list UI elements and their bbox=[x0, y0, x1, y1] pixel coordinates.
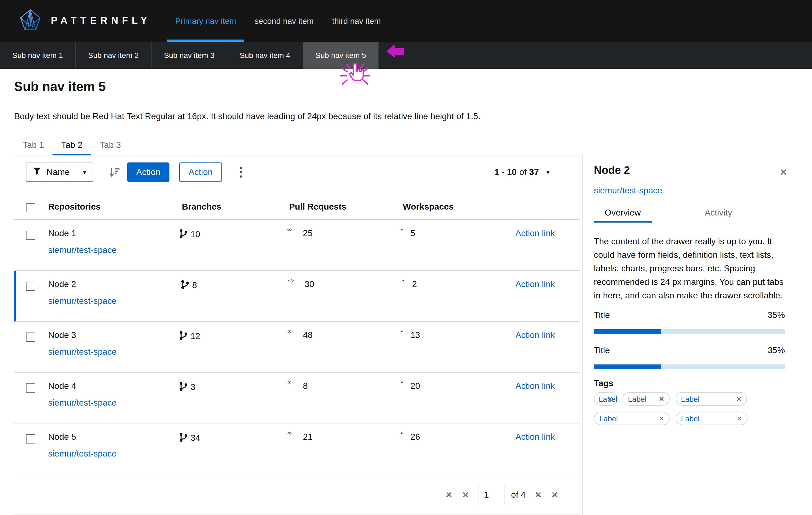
cube-icon: ● bbox=[401, 431, 403, 435]
tag-close-icon[interactable]: ✕ bbox=[737, 414, 742, 422]
nav-item-second[interactable]: second nav item bbox=[246, 0, 322, 42]
previous-page-button[interactable]: ✕ bbox=[462, 490, 469, 499]
pull-requests-count: 48 bbox=[303, 330, 313, 340]
pagination-of-word: of bbox=[519, 167, 527, 177]
details-drawer: Node 2 ✕ siemur/test-space Overview Acti… bbox=[583, 155, 812, 515]
progress-bar-fill bbox=[594, 365, 661, 369]
secondary-action-button[interactable]: Action bbox=[179, 163, 222, 182]
tag-label: Label ✕ bbox=[594, 411, 670, 425]
tab-3[interactable]: Tab 3 bbox=[91, 135, 129, 155]
row-checkbox[interactable] bbox=[26, 231, 35, 240]
row-checkbox[interactable] bbox=[26, 333, 35, 342]
tag-close-icon[interactable]: ✕ bbox=[659, 414, 664, 422]
masthead: PATTERNFLY Primary nav item second nav i… bbox=[0, 0, 812, 42]
table-row: Node 1 siemur/test-space 10 </>25 ●5 Act… bbox=[14, 220, 580, 271]
code-branch-icon bbox=[179, 433, 188, 444]
progress-label: Title bbox=[594, 345, 610, 355]
top-pagination-menu[interactable]: 1 - 10 of 37 ▾ bbox=[494, 163, 549, 182]
column-header-workspaces: Workspaces bbox=[403, 202, 454, 212]
row-action-link[interactable]: Action link bbox=[515, 280, 555, 289]
row-checkbox[interactable] bbox=[26, 383, 35, 393]
code-icon: </> bbox=[286, 329, 293, 334]
application-window: PATTERNFLY Primary nav item second nav i… bbox=[0, 0, 812, 515]
drawer-repository-link[interactable]: siemur/test-space bbox=[594, 186, 662, 196]
progress-1-header: Title 35% bbox=[594, 310, 785, 320]
tag-label: Label ✕ bbox=[675, 411, 748, 425]
name-filter-select[interactable]: Name ▾ bbox=[26, 163, 93, 182]
table-header-row: Repositories Branches Pull Requests Work… bbox=[14, 197, 580, 220]
repository-name: Node 4 bbox=[48, 381, 76, 391]
tag-close-icon[interactable]: ✕ bbox=[736, 395, 742, 403]
row-action-link[interactable]: Action link bbox=[515, 381, 555, 391]
workspaces-count: 2 bbox=[412, 280, 417, 289]
code-branch-icon bbox=[181, 280, 190, 291]
progress-bar-fill bbox=[594, 329, 661, 334]
tab-2[interactable]: Tab 2 bbox=[53, 135, 91, 155]
drawer-body-text: The content of the drawer really is up t… bbox=[594, 234, 785, 302]
tag-label: Label ✕ bbox=[675, 392, 747, 406]
drawer-tab-overview[interactable]: Overview bbox=[594, 203, 651, 223]
cube-icon: ● bbox=[401, 329, 403, 333]
tag-label: Label ✕ bbox=[622, 392, 670, 406]
branches-count: 34 bbox=[191, 433, 200, 443]
last-page-button[interactable]: ✕ bbox=[551, 490, 558, 499]
progress-2-header: Title 35% bbox=[594, 345, 785, 355]
left-arrow-annotation-icon bbox=[386, 45, 407, 60]
toolbar: Name ▾ Action Action 1 - 10 of 37 ▾ bbox=[14, 155, 580, 187]
cube-icon: ● bbox=[401, 380, 403, 384]
subnav-item-4[interactable]: Sub nav item 4 bbox=[227, 42, 303, 69]
repository-link[interactable]: siemur/test-space bbox=[48, 245, 117, 255]
page-count-text: of 4 bbox=[511, 490, 525, 499]
filter-icon bbox=[33, 167, 41, 177]
brand-text: PATTERNFLY bbox=[51, 15, 151, 27]
row-action-link[interactable]: Action link bbox=[515, 432, 555, 442]
code-icon: </> bbox=[286, 431, 293, 436]
tag-text: Label bbox=[681, 395, 700, 403]
nav-item-third[interactable]: third nav item bbox=[324, 0, 389, 42]
pagination-range: 1 - 10 bbox=[494, 167, 517, 177]
tag-close-icon[interactable]: ✕ bbox=[607, 395, 613, 403]
pagination-total: 37 bbox=[529, 167, 539, 177]
repository-link[interactable]: siemur/test-space bbox=[48, 296, 117, 306]
drawer-tabs: Overview Activity bbox=[594, 203, 743, 223]
row-checkbox[interactable] bbox=[26, 434, 35, 444]
column-header-repositories: Repositories bbox=[48, 202, 101, 212]
select-all-checkbox[interactable] bbox=[26, 203, 35, 212]
row-action-link[interactable]: Action link bbox=[515, 229, 555, 238]
drawer-tab-activity[interactable]: Activity bbox=[694, 203, 743, 223]
row-action-link[interactable]: Action link bbox=[515, 330, 555, 340]
code-icon: </> bbox=[288, 278, 294, 283]
table-row: Node 3 siemur/test-space 12 </>48 ●13 Ac… bbox=[14, 322, 580, 373]
primary-action-button[interactable]: Action bbox=[127, 163, 169, 182]
tag-close-icon[interactable]: ✕ bbox=[659, 395, 664, 403]
subnav-item-3[interactable]: Sub nav item 3 bbox=[151, 42, 227, 69]
nav-item-primary[interactable]: Primary nav item bbox=[167, 0, 244, 42]
tab-1[interactable]: Tab 1 bbox=[14, 135, 53, 155]
code-icon: </> bbox=[286, 380, 293, 385]
progress-value: 35% bbox=[767, 345, 785, 355]
branches-count: 8 bbox=[192, 281, 197, 290]
sort-button[interactable] bbox=[108, 166, 120, 178]
table-row: Node 4 siemur/test-space 3 </>8 ●20 Acti… bbox=[14, 373, 580, 424]
workspaces-count: 20 bbox=[410, 381, 420, 391]
repository-link[interactable]: siemur/test-space bbox=[48, 398, 117, 408]
drawer-title: Node 2 bbox=[594, 164, 630, 176]
repository-link[interactable]: siemur/test-space bbox=[48, 347, 117, 357]
caret-down-icon: ▾ bbox=[83, 169, 86, 176]
next-page-button[interactable]: ✕ bbox=[535, 490, 542, 499]
subnav-item-2[interactable]: Sub nav item 2 bbox=[76, 42, 151, 69]
workspaces-count: 26 bbox=[410, 432, 420, 442]
patternfly-logo-icon bbox=[20, 8, 41, 33]
tags-section-label: Tags bbox=[594, 378, 613, 388]
close-icon[interactable]: ✕ bbox=[780, 167, 787, 178]
subnav-item-1[interactable]: Sub nav item 1 bbox=[0, 42, 76, 69]
repository-link[interactable]: siemur/test-space bbox=[48, 449, 117, 459]
row-checkbox[interactable] bbox=[26, 282, 35, 291]
current-page-input[interactable] bbox=[478, 484, 505, 505]
page-body-text: Body text should be Red Hat Text Regular… bbox=[14, 110, 481, 123]
tag-text: Label bbox=[628, 395, 647, 403]
branches-count: 3 bbox=[191, 382, 196, 392]
kebab-menu-button[interactable] bbox=[235, 163, 246, 182]
primary-navigation: Primary nav item second nav item third n… bbox=[167, 0, 391, 42]
first-page-button[interactable]: ✕ bbox=[445, 490, 452, 499]
